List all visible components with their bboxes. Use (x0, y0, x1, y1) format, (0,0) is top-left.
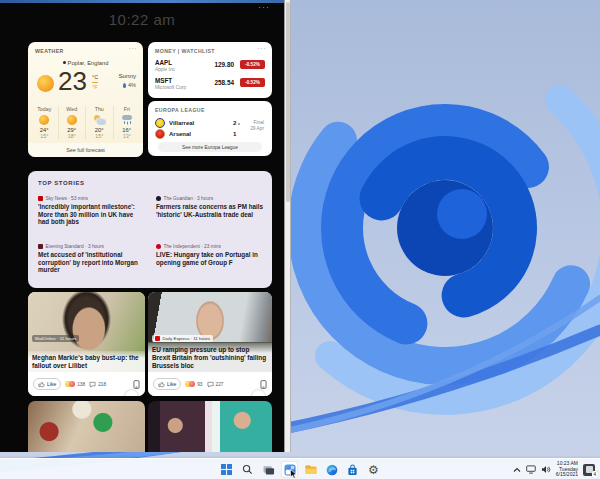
story-item[interactable]: The Guardian · 3 hours Farmers raise con… (156, 196, 264, 218)
notification-app-icon[interactable]: 4 (583, 464, 595, 476)
partly-cloudy-icon (93, 115, 106, 125)
stock-row[interactable]: MSFT Microsoft Corp 258.54 -0.52% (155, 77, 265, 92)
news-image-card[interactable] (28, 401, 145, 452)
tray-date: 6/15/2021 (556, 472, 578, 478)
network-icon[interactable] (526, 465, 536, 474)
panel-top-edge (0, 0, 284, 3)
comment-count[interactable]: 218 (89, 381, 106, 388)
card-more-button[interactable]: ··· (125, 390, 138, 396)
gear-icon: ⚙ (368, 464, 379, 476)
evening-standard-logo-icon (38, 244, 43, 249)
story-item[interactable]: Sky News · 53 mins 'Incredibly important… (38, 196, 146, 226)
edge-icon (326, 464, 338, 476)
forecast-day[interactable]: Today 24° 15° (31, 106, 59, 139)
see-full-forecast-button[interactable]: See full forecast (28, 143, 143, 157)
europa-league-widget[interactable]: EUROPA LEAGUE Villarreal 2◂ Arsenal 1 Fi… (148, 101, 272, 156)
news-card[interactable]: Daily Express · 11 hours EU ramping pres… (148, 292, 272, 396)
phone-icon (260, 380, 267, 389)
panel-scrollbar[interactable] (284, 0, 291, 452)
like-button[interactable]: Like (153, 378, 181, 390)
sun-icon (37, 75, 54, 92)
see-more-europa-button[interactable]: See more Europa League (158, 142, 262, 152)
windows-logo-icon (221, 464, 232, 475)
story-item[interactable]: The Independent · 23 mins LIVE: Hungary … (156, 244, 264, 266)
sky-news-logo-icon (38, 196, 43, 201)
send-to-phone-button[interactable] (133, 380, 140, 389)
news-headline: Meghan Markle's baby bust-up: the fallou… (28, 351, 145, 372)
match-team-row: Villarreal 2◂ (155, 117, 245, 128)
taskbar-center-icons: ⚙ (218, 459, 382, 479)
file-explorer-button[interactable] (302, 461, 319, 478)
thumbs-up-icon (158, 381, 165, 388)
scrollbar-thumb[interactable] (286, 2, 290, 202)
money-widget[interactable]: MONEY | WATCHLIST ··· AAPL Apple Inc 129… (148, 42, 272, 98)
stock-price: 129.80 (214, 61, 234, 68)
news-image-card[interactable] (148, 401, 272, 452)
weather-widget[interactable]: WEATHER ··· Poplar, England 23 °C °F Sun… (28, 42, 143, 157)
card-more-button[interactable]: ··· (252, 390, 265, 396)
top-stories-widget: TOP STORIES Sky News · 53 mins 'Incredib… (28, 171, 272, 288)
money-label: MONEY | WATCHLIST (155, 48, 215, 54)
search-button[interactable] (239, 461, 256, 478)
weather-temperature: 23 (58, 66, 87, 97)
start-button[interactable] (218, 461, 235, 478)
hidden-icons-chevron-icon[interactable] (513, 467, 521, 473)
forecast-day[interactable]: Fri 16° 13° (114, 106, 141, 139)
comment-icon (89, 381, 96, 388)
task-view-icon (263, 464, 275, 475)
unit-celsius[interactable]: °C (92, 74, 98, 83)
task-view-button[interactable] (260, 461, 277, 478)
like-button[interactable]: Like (33, 378, 61, 390)
stock-price: 258.54 (214, 79, 234, 86)
news-source: MailOnline · 11 hours (32, 335, 79, 342)
weather-precipitation: 4% (123, 82, 136, 88)
phone-icon (133, 380, 140, 389)
panel-menu-button[interactable]: ··· (258, 2, 270, 12)
reaction-count[interactable]: 138 (65, 381, 85, 387)
story-item[interactable]: Evening Standard · 3 hours Met accused o… (38, 244, 146, 274)
villarreal-crest-icon (155, 118, 165, 128)
settings-button[interactable]: ⚙ (365, 461, 382, 478)
heart-emoji-icon (69, 381, 75, 387)
weather-unit-toggle[interactable]: °C °F (92, 74, 98, 91)
droplet-icon (123, 83, 126, 88)
weather-label: WEATHER (35, 48, 64, 54)
forecast-day[interactable]: Thu 20° 15° (86, 106, 114, 139)
reaction-count[interactable]: 93 (185, 381, 202, 387)
forecast-day[interactable]: Wed 29° 18° (59, 106, 87, 139)
news-image: Daily Express · 11 hours EU ramping pres… (148, 292, 272, 372)
edge-button[interactable] (323, 461, 340, 478)
comment-count[interactable]: 227 (207, 381, 224, 388)
stock-change-badge: -0.52% (240, 78, 265, 87)
europa-label: EUROPA LEAGUE (155, 107, 205, 113)
desktop: 10:22 am ··· WEATHER ··· Poplar, England… (0, 0, 600, 479)
match-status: Final 29 Apr (250, 120, 264, 132)
comment-icon (207, 381, 214, 388)
stock-row[interactable]: AAPL Apple Inc 129.80 -0.52% (155, 59, 265, 74)
weather-condition: Sunny (118, 72, 136, 79)
mouse-cursor (290, 469, 298, 479)
volume-icon[interactable] (541, 465, 551, 474)
store-bag-icon (347, 464, 358, 476)
notification-badge: 4 (592, 471, 599, 478)
widgets-panel: 10:22 am ··· WEATHER ··· Poplar, England… (0, 0, 284, 452)
heart-emoji-icon (189, 381, 195, 387)
money-menu-button[interactable]: ··· (258, 45, 267, 52)
system-tray: 10:23 AM Tuesday 6/15/2021 4 (513, 459, 595, 479)
news-source: Daily Express · 11 hours (152, 335, 213, 342)
news-card[interactable]: MailOnline · 11 hours Meghan Markle's ba… (28, 292, 145, 396)
unit-fahrenheit[interactable]: °F (92, 84, 98, 91)
weather-forecast: Today 24° 15° Wed 29° 18° Thu 20° 15° (31, 106, 140, 139)
widgets-button[interactable] (281, 461, 298, 478)
location-pin-icon (63, 61, 66, 64)
tray-clock[interactable]: 10:23 AM Tuesday 6/15/2021 (556, 461, 578, 478)
send-to-phone-button[interactable] (260, 380, 267, 389)
microsoft-store-button[interactable] (344, 461, 361, 478)
top-stories-label: TOP STORIES (38, 180, 85, 186)
weather-menu-button[interactable]: ··· (129, 45, 138, 52)
taskbar: ⚙ 10:23 AM Tuesday 6/15/2021 4 (0, 458, 600, 479)
arsenal-crest-icon (155, 129, 165, 139)
folder-icon (305, 464, 317, 475)
independent-logo-icon (156, 244, 161, 249)
stock-change-badge: -0.52% (240, 60, 265, 69)
